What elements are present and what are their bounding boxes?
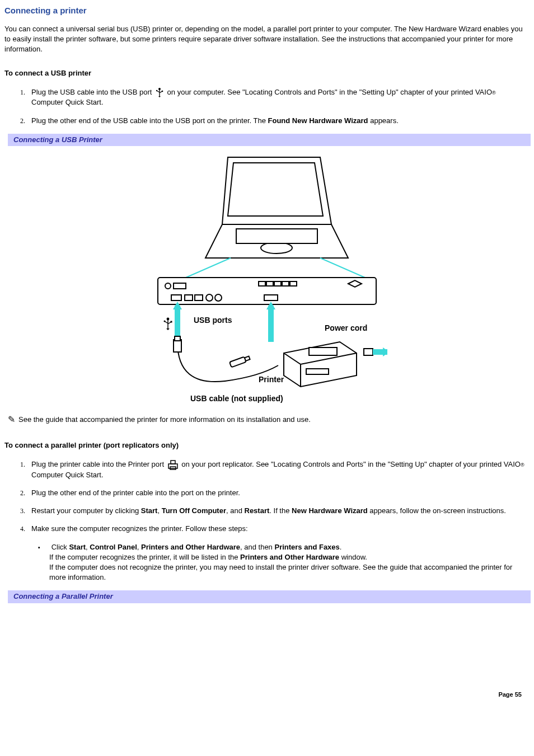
p4-line2c: window. <box>339 553 367 561</box>
svg-rect-18 <box>264 295 278 300</box>
svg-rect-13 <box>171 295 181 300</box>
svg-rect-22 <box>309 348 337 355</box>
svg-rect-29 <box>229 356 246 367</box>
p3-c: , and <box>226 506 245 515</box>
svg-rect-28 <box>175 336 180 341</box>
svg-rect-27 <box>174 340 181 352</box>
usb-figure: USB ports Power cord Printer USB cable (… <box>4 146 530 409</box>
reg-mark: ® <box>492 90 496 96</box>
fig-label-power-cord: Power cord <box>325 323 367 334</box>
svg-rect-14 <box>185 295 193 300</box>
svg-rect-31 <box>171 461 175 464</box>
p4c: , <box>137 543 141 551</box>
p4e: . <box>340 543 342 551</box>
p4d: , and then <box>240 543 274 551</box>
found-new-hardware-wizard: Found New Hardware Wizard <box>268 116 368 125</box>
svg-rect-8 <box>259 281 265 286</box>
usb-note-text: See the guide that accompanied the print… <box>18 415 311 425</box>
svg-rect-21 <box>171 321 172 322</box>
svg-point-17 <box>215 294 222 301</box>
svg-rect-30 <box>245 356 250 360</box>
p4-line2a: If the computer recognizes the printer, … <box>49 553 240 561</box>
usb-step-1-text-c: Computer Quick Start. <box>31 98 104 106</box>
usb-step-1-text-a: Plug the USB cable into the USB port <box>31 88 154 96</box>
svg-rect-2 <box>162 91 163 92</box>
page-number: Page 55 <box>4 691 530 699</box>
svg-rect-23 <box>306 369 329 374</box>
svg-rect-9 <box>266 281 273 286</box>
note-pencil-icon: ✎ <box>8 415 15 424</box>
svg-rect-11 <box>282 281 289 286</box>
usb-note: ✎ See the guide that accompanied the pri… <box>8 415 530 425</box>
parallel-step-2: Plug the other end of the printer cable … <box>27 488 530 498</box>
intro-paragraph: You can connect a universal serial bus (… <box>4 24 530 55</box>
parallel-step-4-sub: Click Start, Control Panel, Printers and… <box>45 542 530 583</box>
svg-point-16 <box>206 294 213 301</box>
parallel-figure-caption: Connecting a Parallel Printer <box>8 590 531 603</box>
usb-step-2-text-c: appears. <box>368 116 399 125</box>
p4-poh: Printers and Other Hardware <box>141 543 240 551</box>
parallel-steps-list: Plug the printer cable into the Printer … <box>4 459 530 583</box>
p3-b: , <box>157 506 161 515</box>
svg-point-1 <box>156 90 157 91</box>
parallel-heading: To connect a parallel printer (port repl… <box>4 440 530 450</box>
fig-label-printer: Printer <box>259 374 284 386</box>
p3-start: Start <box>141 506 158 515</box>
reg-mark-2: ® <box>521 462 524 468</box>
usb-step-1: Plug the USB cable into the USB port on … <box>27 87 530 108</box>
usb-step-2: Plug the other end of the USB cable into… <box>27 116 530 126</box>
parallel-step-1: Plug the printer cable into the Printer … <box>27 459 530 480</box>
svg-rect-7 <box>174 283 186 289</box>
p4-intro: Make sure the computer recognizes the pr… <box>31 524 248 533</box>
parallel-step-3: Restart your computer by clicking Start,… <box>27 506 530 516</box>
parallel-step-4: Make sure the computer recognizes the pr… <box>27 524 530 583</box>
fig-label-usb-cable: USB cable (not supplied) <box>190 393 283 405</box>
usb-figure-caption: Connecting a USB Printer <box>8 134 531 146</box>
usb-step-1-text-b: on your computer. See "Locating Controls… <box>165 88 492 96</box>
parallel-step-1-text-a: Plug the printer cable into the Printer … <box>31 460 166 468</box>
parallel-step-1-text-c: Computer Quick Start. <box>31 471 104 479</box>
p3-a: Restart your computer by clicking <box>31 506 141 515</box>
parallel-step-4-sublist: Click Start, Control Panel, Printers and… <box>31 542 530 583</box>
usb-diagram-svg <box>147 152 387 403</box>
p4-line3: If the computer does not recognize the p… <box>49 563 512 581</box>
svg-rect-12 <box>290 281 297 286</box>
p3-e: appears, follow the on-screen instructio… <box>368 506 506 515</box>
usb-heading: To connect a USB printer <box>4 68 530 78</box>
p3-turnoff: Turn Off Computer <box>162 506 226 515</box>
svg-rect-24 <box>364 349 373 355</box>
svg-rect-15 <box>195 295 203 300</box>
parallel-step-1-text-b: on your port replicator. See "Locating C… <box>180 460 521 468</box>
p4-line2b: Printers and Other Hardware <box>240 553 339 561</box>
p4-start: Start <box>69 543 86 551</box>
fig-label-usb-ports: USB ports <box>194 315 232 326</box>
svg-point-20 <box>164 320 166 322</box>
p3-restart: Restart <box>245 506 270 515</box>
svg-point-6 <box>165 283 171 289</box>
usb-step-2-text-a: Plug the other end of the USB cable into… <box>31 116 268 125</box>
section-title: Connecting a printer <box>4 4 530 16</box>
p4a: Click <box>51 543 69 551</box>
p3-d: . If the <box>269 506 292 515</box>
printer-port-icon <box>167 460 179 470</box>
usb-trident-icon <box>155 87 164 97</box>
svg-rect-10 <box>274 281 281 286</box>
p3-wizard: New Hardware Wizard <box>292 506 368 515</box>
p4-cp: Control Panel <box>90 543 137 551</box>
svg-rect-4 <box>236 229 317 243</box>
p4-pf: Printers and Faxes <box>274 543 339 551</box>
usb-steps-list: Plug the USB cable into the USB port on … <box>4 87 530 126</box>
